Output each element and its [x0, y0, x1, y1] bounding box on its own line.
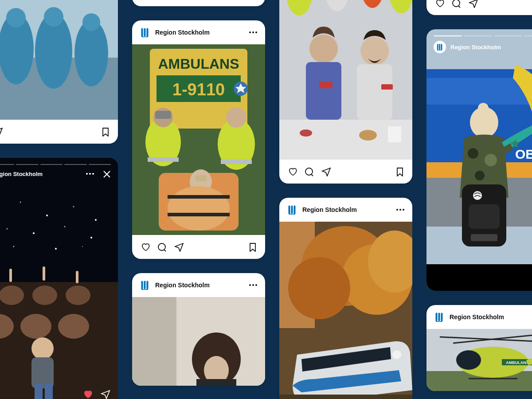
- svg-point-35: [31, 337, 54, 360]
- svg-point-18: [46, 215, 48, 216]
- svg-rect-4: [0, 0, 118, 120]
- svg-rect-76: [357, 64, 392, 120]
- svg-point-64: [204, 356, 229, 384]
- svg-text:AMBULANS: AMBULANS: [506, 360, 529, 365]
- svg-point-56: [190, 169, 212, 194]
- svg-point-49: [153, 108, 173, 127]
- comment-icon[interactable]: [157, 242, 167, 252]
- close-icon[interactable]: [102, 169, 111, 178]
- svg-point-11: [82, 13, 100, 31]
- story-cinema[interactable]: Region Stockholm: [0, 158, 118, 399]
- svg-point-100: [468, 148, 478, 159]
- svg-point-20: [95, 219, 97, 221]
- svg-text:1-9110: 1-9110: [172, 80, 225, 99]
- svg-point-52: [226, 107, 246, 128]
- svg-point-26: [55, 248, 57, 250]
- post-helicopter: Region Stockholm AMBULANS: [426, 305, 532, 391]
- svg-point-75: [360, 37, 389, 65]
- svg-line-110: [440, 337, 532, 342]
- story-progress: [434, 35, 532, 36]
- svg-rect-5: [0, 58, 118, 120]
- comment-icon[interactable]: [304, 167, 314, 176]
- svg-rect-60: [168, 213, 230, 216]
- svg-point-63: [192, 332, 241, 386]
- share-icon[interactable]: [174, 242, 184, 252]
- svg-point-7: [6, 8, 26, 27]
- svg-point-85: [341, 244, 412, 315]
- svg-point-10: [74, 20, 108, 86]
- comment-icon[interactable]: [451, 0, 461, 8]
- svg-point-21: [7, 228, 8, 230]
- svg-rect-65: [196, 379, 236, 386]
- heart-icon[interactable]: [434, 0, 444, 8]
- svg-rect-40: [43, 266, 45, 281]
- heart-icon[interactable]: [140, 242, 150, 252]
- post-ambulance: Region Stockholm AMBULANS 1-9110: [132, 20, 265, 259]
- heart-icon[interactable]: [287, 167, 297, 176]
- svg-point-68: [325, 0, 349, 11]
- svg-point-17: [20, 202, 21, 203]
- svg-point-8: [35, 13, 72, 89]
- story-child-train[interactable]: Region Stockholm OBANAN: [426, 29, 532, 291]
- svg-point-72: [309, 35, 338, 63]
- svg-rect-109: [426, 371, 532, 391]
- post-image-ambulance: AMBULANS 1-9110: [132, 44, 265, 235]
- story-author: Region Stockholm: [450, 44, 532, 51]
- post-staff: LÄKARE: [279, 0, 412, 184]
- svg-point-47: [234, 82, 248, 96]
- svg-rect-89: [279, 395, 412, 399]
- svg-point-22: [33, 232, 35, 234]
- svg-rect-37: [35, 384, 43, 399]
- bookmark-icon[interactable]: [247, 242, 257, 252]
- story-image-cinema: [0, 158, 118, 399]
- story-progress: [0, 164, 111, 165]
- svg-point-33: [20, 314, 51, 339]
- svg-rect-57: [195, 175, 207, 181]
- svg-rect-66: [279, 0, 412, 160]
- svg-rect-74: [319, 82, 332, 88]
- svg-rect-108: [426, 329, 532, 391]
- post-image-surgery: [0, 0, 118, 120]
- svg-point-79: [300, 129, 312, 137]
- svg-rect-81: [388, 126, 401, 142]
- svg-rect-61: [132, 297, 265, 386]
- svg-rect-38: [45, 384, 53, 399]
- svg-rect-105: [471, 234, 497, 241]
- svg-point-86: [288, 257, 350, 319]
- svg-text:AMBULANS: AMBULANS: [158, 56, 239, 72]
- more-icon[interactable]: [86, 173, 94, 175]
- more-icon[interactable]: [396, 209, 404, 211]
- heart-icon[interactable]: [82, 389, 93, 399]
- story-author: Region Stockholm: [0, 171, 82, 177]
- svg-point-87: [368, 231, 412, 293]
- svg-rect-94: [426, 78, 532, 105]
- svg-rect-73: [306, 62, 341, 120]
- share-icon[interactable]: [321, 167, 331, 176]
- share-icon[interactable]: [0, 127, 3, 137]
- svg-rect-54: [221, 160, 252, 164]
- share-icon[interactable]: [468, 0, 478, 8]
- svg-point-102: [475, 171, 485, 180]
- svg-point-30: [32, 286, 57, 305]
- svg-point-112: [458, 347, 528, 378]
- svg-rect-104: [469, 204, 500, 229]
- share-icon[interactable]: [100, 389, 111, 399]
- svg-point-88: [392, 350, 401, 359]
- svg-point-70: [389, 0, 412, 13]
- bookmark-icon[interactable]: [395, 167, 404, 176]
- more-icon[interactable]: [249, 31, 257, 33]
- svg-line-111: [453, 334, 532, 343]
- post-author: Region Stockholm: [450, 313, 532, 321]
- bookmark-icon[interactable]: [100, 127, 110, 137]
- more-icon[interactable]: [249, 284, 257, 286]
- story-avatar: [434, 41, 446, 53]
- svg-point-24: [90, 237, 92, 239]
- svg-point-99: [478, 103, 489, 113]
- post-image-person: [132, 297, 265, 386]
- svg-rect-55: [159, 173, 239, 231]
- post-author: Region Stockholm: [155, 29, 244, 36]
- svg-rect-59: [168, 195, 230, 199]
- brand-logo-icon: [287, 205, 297, 215]
- svg-rect-39: [9, 269, 12, 282]
- svg-rect-114: [502, 359, 532, 365]
